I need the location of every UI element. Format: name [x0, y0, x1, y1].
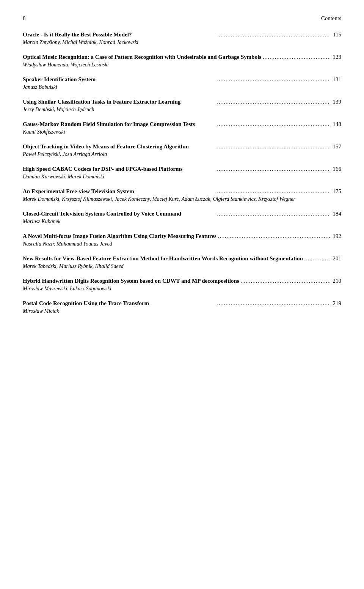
toc-dots: ........................................…: [133, 32, 330, 38]
toc-title-row: Optical Music Recognition: a Case of Pat…: [23, 53, 341, 61]
toc-author: Mirosław Maszewski, Łukasz Saganowski: [23, 286, 341, 292]
toc-entry-6: High Speed CABAC Codecs for DSP- and FPG…: [23, 165, 341, 180]
toc-title: New Results for View-Based Feature Extra…: [23, 255, 303, 263]
toc-page-number: 123: [333, 54, 342, 60]
toc-author: Janusz Bobulski: [23, 84, 341, 90]
toc-title: Optical Music Recognition: a Case of Pat…: [23, 53, 261, 61]
toc-title: High Speed CABAC Codecs for DSP- and FPG…: [23, 165, 182, 173]
toc-title: Closed-Circuit Television Systems Contro…: [23, 210, 181, 218]
toc-container: Oracle - Is it Really the Best Possible …: [23, 31, 341, 314]
toc-title: Using Similar Classification Tasks in Fe…: [23, 98, 180, 106]
toc-page-number: 219: [333, 300, 342, 307]
toc-title-row: An Experimental Free-view Television Sys…: [23, 187, 341, 195]
toc-author: Jerzy Dembski, Wojciech Jędruch: [23, 107, 341, 113]
toc-dots: ........................................…: [241, 278, 330, 284]
toc-page-number: 201: [333, 255, 342, 262]
page-title: Contents: [321, 15, 341, 22]
toc-dots: ........................................…: [196, 121, 329, 128]
toc-author: Kamil Stokfiszewski: [23, 129, 341, 135]
toc-author: Mirosław Miciak: [23, 308, 341, 314]
toc-entry-3: Using Similar Classification Tasks in Fe…: [23, 98, 341, 113]
toc-page-number: 184: [333, 211, 342, 217]
toc-dots: ........................................…: [263, 54, 329, 60]
toc-title: Gauss-Markov Random Field Simulation for…: [23, 120, 195, 128]
toc-entry-5: Object Tracking in Video by Means of Fea…: [23, 143, 341, 157]
toc-page-number: 115: [333, 31, 341, 38]
toc-author: Marek Domański, Krzysztof Klimaszewski, …: [23, 196, 341, 202]
toc-page-number: 139: [333, 99, 342, 105]
toc-title-row: Object Tracking in Video by Means of Fea…: [23, 143, 341, 151]
toc-dots: ........................................…: [304, 256, 330, 262]
toc-page-number: 157: [333, 143, 342, 150]
toc-page-number: 166: [333, 166, 342, 172]
toc-entry-12: Postal Code Recognition Using the Trace …: [23, 299, 341, 314]
toc-entry-10: New Results for View-Based Feature Extra…: [23, 255, 341, 269]
toc-title-row: Closed-Circuit Television Systems Contro…: [23, 210, 341, 218]
toc-author: Marcin Zmyślony, Michał Woźniak, Konrad …: [23, 39, 341, 46]
toc-title-row: A Novel Multi-focus Image Fusion Algorit…: [23, 232, 341, 240]
toc-title-row: Speaker Identification System...........…: [23, 76, 341, 83]
toc-title: Hybrid Handwritten Digits Recognition Sy…: [23, 277, 239, 285]
toc-title: Speaker Identification System: [23, 76, 96, 83]
toc-page-number: 192: [333, 233, 342, 239]
toc-entry-8: Closed-Circuit Television Systems Contro…: [23, 210, 341, 225]
toc-entry-11: Hybrid Handwritten Digits Recognition Sy…: [23, 277, 341, 292]
toc-author: Marek Tabedzki, Mariusz Rybnik, Khalid S…: [23, 263, 341, 269]
toc-title-row: Using Similar Classification Tasks in Fe…: [23, 98, 341, 106]
toc-author: Nasrulla Nazir, Muhammad Younus Javed: [23, 241, 341, 247]
toc-entry-2: Speaker Identification System...........…: [23, 76, 341, 90]
toc-page-number: 131: [333, 76, 342, 83]
toc-title: Postal Code Recognition Using the Trace …: [23, 299, 149, 307]
toc-title-row: Hybrid Handwritten Digits Recognition Sy…: [23, 277, 341, 285]
toc-dots: ........................................…: [183, 211, 330, 217]
toc-title-row: New Results for View-Based Feature Extra…: [23, 255, 341, 263]
toc-author: Damian Karwowski, Marek Domański: [23, 174, 341, 180]
toc-dots: ........................................…: [182, 99, 329, 105]
toc-dots: ........................................…: [190, 144, 330, 150]
toc-title-row: Oracle - Is it Really the Best Possible …: [23, 31, 341, 39]
toc-title: A Novel Multi-focus Image Fusion Algorit…: [23, 232, 217, 240]
toc-dots: ........................................…: [136, 189, 330, 195]
toc-title: Oracle - Is it Really the Best Possible …: [23, 31, 132, 39]
toc-page-number: 210: [333, 278, 342, 284]
toc-title-row: Gauss-Markov Random Field Simulation for…: [23, 120, 341, 128]
toc-entry-7: An Experimental Free-view Television Sys…: [23, 187, 341, 202]
toc-dots: ........................................…: [151, 301, 329, 307]
toc-entry-4: Gauss-Markov Random Field Simulation for…: [23, 120, 341, 135]
toc-author: Paweł Pełczyński, Josu Arriaga Arriola: [23, 151, 341, 157]
toc-title-row: High Speed CABAC Codecs for DSP- and FPG…: [23, 165, 341, 173]
toc-entry-0: Oracle - Is it Really the Best Possible …: [23, 31, 341, 46]
toc-dots: ........................................…: [218, 233, 330, 239]
page-number: 8: [23, 15, 26, 22]
toc-page-number: 175: [333, 188, 342, 195]
toc-title: An Experimental Free-view Television Sys…: [23, 187, 134, 195]
toc-author: Władysław Homenda, Wojciech Lesiński: [23, 62, 341, 68]
toc-dots: ........................................…: [97, 77, 329, 83]
toc-entry-9: A Novel Multi-focus Image Fusion Algorit…: [23, 232, 341, 247]
toc-title-row: Postal Code Recognition Using the Trace …: [23, 299, 341, 307]
toc-author: Mariusz Kubanek: [23, 219, 341, 225]
toc-title: Object Tracking in Video by Means of Fea…: [23, 143, 189, 151]
toc-dots: ........................................…: [184, 166, 329, 172]
toc-entry-1: Optical Music Recognition: a Case of Pat…: [23, 53, 341, 68]
toc-page-number: 148: [333, 121, 342, 128]
